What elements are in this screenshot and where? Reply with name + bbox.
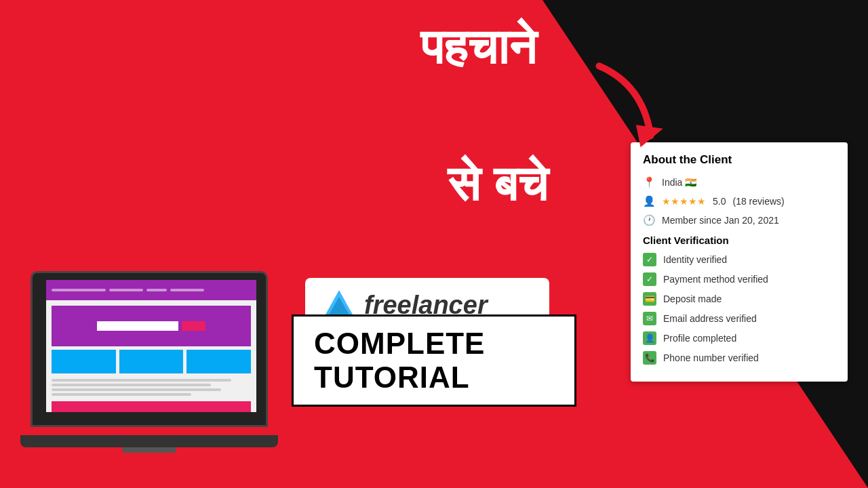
card-2 <box>119 350 184 373</box>
hindi-text-2: से बचे <box>448 156 548 213</box>
hero-block <box>52 306 251 346</box>
clock-icon: 🕐 <box>643 214 655 226</box>
screen-header <box>46 280 256 300</box>
laptop-base <box>20 435 278 447</box>
laptop-notch <box>122 447 176 453</box>
client-member-row: 🕐 Member since Jan 20, 2021 <box>643 214 835 226</box>
tutorial-box: COMPLETE TUTORIAL <box>292 314 576 407</box>
nav-line-1 <box>52 289 106 291</box>
verification-row-profile: 👤 Profile completed <box>643 331 835 345</box>
client-country-row: 📍 India 🇮🇳 <box>643 176 835 188</box>
client-card: About the Client 📍 India 🇮🇳 👤 ★★★★★ 5.0 … <box>631 142 848 382</box>
nav-line-3 <box>146 289 167 291</box>
card-1 <box>52 350 116 373</box>
text-line-3 <box>52 388 221 391</box>
verification-row-payment: ✓ Payment method verified <box>643 272 835 286</box>
text-line-1 <box>52 379 231 382</box>
text-line-4 <box>52 393 191 396</box>
email-verified-label: Email address verified <box>663 313 757 324</box>
hindi-text-1: पहचाने <box>420 19 536 76</box>
star-icons: ★★★★★ <box>662 196 706 207</box>
phone-icon: 📞 <box>643 351 656 365</box>
payment-verified-label: Payment method verified <box>663 274 768 285</box>
profile-completed-label: Profile completed <box>663 333 736 344</box>
location-icon: 📍 <box>643 176 655 188</box>
screen-content <box>46 300 256 412</box>
verification-row-identity: ✓ Identity verified <box>643 253 835 266</box>
card-3 <box>186 350 251 373</box>
nav-line-4 <box>170 289 204 291</box>
rating-value: 5.0 <box>713 196 726 207</box>
email-icon: ✉ <box>643 312 656 325</box>
laptop-body <box>31 271 268 427</box>
laptop-screen <box>46 280 256 412</box>
laptop-illustration <box>20 271 278 461</box>
verification-row-email: ✉ Email address verified <box>643 312 835 325</box>
tutorial-text: COMPLETE TUTORIAL <box>314 327 485 394</box>
text-lines <box>52 377 251 398</box>
identity-verified-icon: ✓ <box>643 253 656 266</box>
identity-verified-label: Identity verified <box>663 254 727 265</box>
client-card-title: About the Client <box>643 153 835 167</box>
verification-row-phone: 📞 Phone number verified <box>643 351 835 365</box>
review-count: (18 reviews) <box>732 196 784 207</box>
profile-icon: 👤 <box>643 331 656 345</box>
screen-input <box>97 321 178 331</box>
nav-line-2 <box>109 289 143 291</box>
screen-button <box>182 321 205 331</box>
deposit-label: Deposit made <box>663 293 722 304</box>
member-since: Member since Jan 20, 2021 <box>662 215 779 226</box>
verification-title: Client Verification <box>643 235 835 246</box>
card-row <box>52 350 251 373</box>
deposit-icon: 💳 <box>643 292 656 306</box>
payment-verified-icon: ✓ <box>643 272 656 286</box>
client-rating-row: 👤 ★★★★★ 5.0 (18 reviews) <box>643 195 835 207</box>
client-country: India 🇮🇳 <box>662 177 696 188</box>
rating-icon: 👤 <box>643 195 655 207</box>
screen-footer-bar <box>52 401 251 412</box>
phone-verified-label: Phone number verified <box>663 352 759 363</box>
text-line-2 <box>52 384 211 386</box>
verification-row-deposit: 💳 Deposit made <box>643 292 835 306</box>
